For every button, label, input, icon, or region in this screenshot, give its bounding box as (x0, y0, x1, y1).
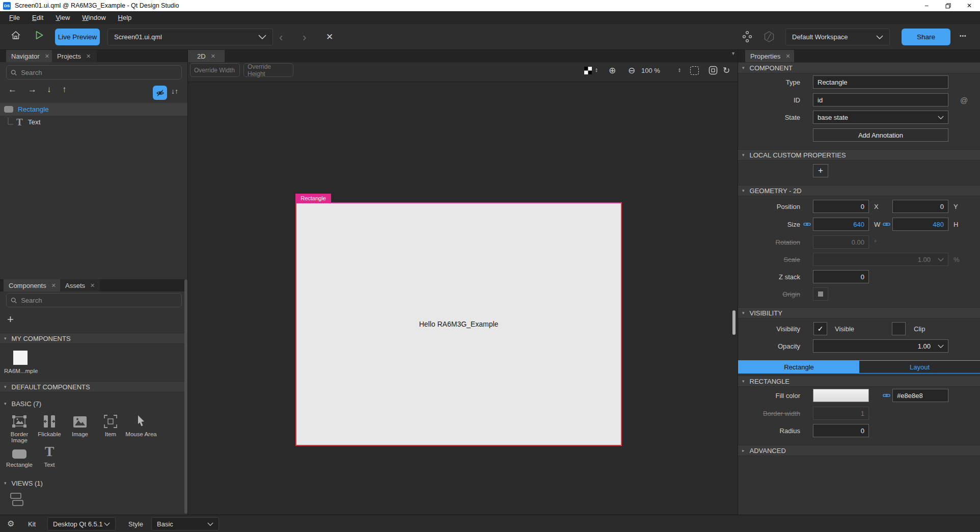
zoom-out-button[interactable]: ⊖ (628, 64, 635, 76)
section-advanced[interactable]: ▸ ADVANCED (738, 445, 980, 456)
override-height-field[interactable]: Override Height (243, 63, 293, 77)
search-input[interactable] (21, 69, 177, 76)
viewport[interactable]: Rectangle Hello RA6M3G_Example (188, 82, 738, 515)
toggle-visibility-button[interactable] (153, 86, 167, 100)
component-mouse-area[interactable]: Mouse Area (121, 413, 161, 437)
home-button[interactable] (10, 30, 21, 41)
close-icon[interactable]: ✕ (211, 53, 215, 60)
run-button[interactable] (34, 30, 45, 41)
tab-layout[interactable]: Layout (859, 361, 980, 373)
size-w-field[interactable]: 640 (813, 218, 869, 231)
move-up-button[interactable]: ↑ (62, 85, 67, 95)
component-view-item[interactable] (10, 492, 23, 508)
tab-projects[interactable]: Projects✕ (52, 50, 97, 62)
zstack-field[interactable]: 0 (813, 270, 869, 283)
share-button[interactable]: Share (902, 29, 950, 45)
component-image[interactable]: Image (64, 413, 96, 437)
link-icon[interactable] (883, 389, 890, 402)
annotations-button[interactable] (763, 31, 775, 43)
section-component[interactable]: ▾ COMPONENT (738, 62, 980, 73)
tab-2d[interactable]: 2D✕ (188, 50, 225, 62)
canvas-vertical-scrollbar[interactable] (732, 310, 736, 335)
zoom-selection-button[interactable] (690, 64, 699, 76)
link-icon[interactable] (883, 218, 890, 231)
background-color-selector[interactable]: ▲▼ (584, 64, 598, 76)
kit-selector[interactable]: Desktop Qt 6.5.1 (47, 517, 116, 530)
scale-dropdown[interactable]: 1.00 (813, 253, 948, 266)
move-right-button[interactable]: → (28, 85, 37, 95)
tree-item-rectangle[interactable]: Rectangle (0, 103, 187, 116)
close-icon[interactable]: ✕ (45, 53, 49, 60)
menu-help[interactable]: Help (113, 12, 137, 23)
zoom-level[interactable]: 100 % (641, 64, 660, 76)
menu-window[interactable]: Window (77, 12, 111, 23)
section-local-custom-properties[interactable]: ▾ LOCAL CUSTOM PROPERTIES (738, 149, 980, 161)
add-property-button[interactable]: + (813, 164, 828, 177)
state-dropdown[interactable]: base state (813, 111, 948, 124)
menu-edit[interactable]: Edit (27, 12, 48, 23)
visible-checkbox[interactable]: ✓ (813, 322, 827, 335)
reorder-button[interactable]: ↓↑ (171, 87, 178, 95)
fit-to-screen-button[interactable] (709, 64, 718, 76)
fill-color-swatch[interactable] (813, 389, 869, 402)
opacity-dropdown[interactable]: 1.00 (813, 339, 948, 353)
alias-export-icon[interactable]: @ (960, 93, 968, 107)
tab-navigator[interactable]: Navigator✕ (6, 50, 52, 62)
tab-assets[interactable]: Assets✕ (60, 279, 100, 291)
move-left-button[interactable]: ← (8, 85, 17, 95)
back-button[interactable]: ‹ (279, 31, 283, 44)
section-default-components[interactable]: ▾ DEFAULT COMPONENTS (0, 381, 187, 392)
tab-rectangle[interactable]: Rectangle (739, 361, 859, 373)
section-rectangle[interactable]: ▾ RECTANGLE (738, 376, 980, 387)
close-button[interactable]: ✕ (959, 0, 980, 11)
spinner-icon[interactable]: ▲▼ (595, 68, 598, 73)
workspace-selector[interactable]: Default Workspace (785, 29, 890, 45)
more-options-button[interactable]: ••• (960, 33, 967, 39)
type-field[interactable]: Rectangle (813, 75, 948, 89)
close-icon[interactable]: ✕ (90, 282, 95, 289)
search-input[interactable] (21, 297, 177, 304)
navigator-search[interactable] (6, 65, 182, 79)
rotation-field[interactable]: 0.00 (813, 235, 869, 249)
close-icon[interactable]: ✕ (785, 53, 790, 60)
close-icon[interactable]: ✕ (51, 282, 56, 289)
zoom-in-button[interactable]: ⊕ (609, 64, 616, 76)
artboard-label[interactable]: Rectangle (295, 194, 331, 202)
minimize-button[interactable]: – (916, 0, 937, 11)
artboard[interactable]: Hello RA6M3G_Example (295, 202, 622, 446)
file-selector[interactable]: Screen01.ui.qml (107, 29, 273, 45)
link-icon[interactable] (803, 218, 811, 231)
settings-button[interactable]: ⚙ (7, 519, 14, 528)
clip-checkbox[interactable] (892, 322, 906, 335)
live-preview-button[interactable]: Live Preview (55, 29, 100, 45)
close-document-button[interactable]: ✕ (326, 32, 333, 42)
radius-field[interactable]: 0 (813, 424, 869, 437)
menu-file[interactable]: File (4, 12, 25, 23)
position-x-field[interactable]: 0 (813, 200, 869, 213)
restore-button[interactable] (937, 0, 959, 11)
tab-properties[interactable]: Properties✕ (745, 50, 794, 62)
menu-view[interactable]: View (50, 12, 75, 23)
reset-view-button[interactable]: ↻ (723, 64, 730, 76)
style-selector[interactable]: Basic (151, 517, 219, 530)
component-text[interactable]: T Text (33, 443, 66, 468)
component-ra6m-example[interactable]: RA6M...mple (4, 350, 37, 374)
position-y-field[interactable]: 0 (892, 200, 948, 213)
components-scrollbar[interactable] (184, 279, 187, 514)
move-down-button[interactable]: ↓ (47, 85, 51, 95)
fill-color-hex-field[interactable]: #e8e8e8 (892, 389, 948, 402)
component-border-image[interactable]: Border Image (3, 413, 36, 443)
tree-item-text[interactable]: T Text (0, 116, 187, 128)
add-annotation-button[interactable]: Add Annotation (813, 128, 948, 142)
section-views[interactable]: ▾ VIEWS (1) (0, 478, 187, 488)
section-geometry-2d[interactable]: ▾ GEOMETRY - 2D (738, 185, 980, 196)
pane-corner-caret[interactable]: ▼ (731, 51, 736, 56)
forward-button[interactable]: › (303, 31, 306, 44)
zoom-stepper[interactable]: ▲▼ (678, 64, 681, 76)
tab-components[interactable]: Components✕ (4, 279, 60, 291)
components-search[interactable] (6, 293, 182, 307)
size-h-field[interactable]: 480 (892, 218, 948, 231)
component-flickable[interactable]: Flickable (33, 413, 66, 437)
add-component-button[interactable]: + (7, 313, 14, 326)
close-icon[interactable]: ✕ (86, 53, 91, 60)
